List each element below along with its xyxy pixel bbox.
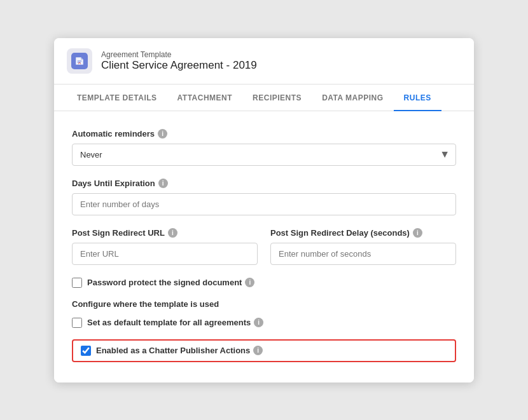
configure-section-title: Configure where the template is used bbox=[72, 299, 456, 309]
post-sign-url-label: Post Sign Redirect URL i bbox=[72, 228, 258, 238]
tab-data-mapping[interactable]: DATA MAPPING bbox=[312, 85, 393, 111]
automatic-reminders-select-wrapper: Never Daily Weekly ▼ bbox=[72, 144, 456, 166]
days-until-expiration-info-icon[interactable]: i bbox=[158, 179, 168, 188]
post-sign-url-info-icon[interactable]: i bbox=[168, 228, 177, 238]
chatter-publisher-checkbox[interactable] bbox=[81, 346, 91, 356]
days-until-expiration-input[interactable] bbox=[72, 193, 456, 215]
post-sign-delay-label: Post Sign Redirect Delay (seconds) i bbox=[270, 228, 456, 238]
post-sign-delay-info-icon[interactable]: i bbox=[413, 228, 422, 238]
tab-template-details[interactable]: TEMPLATE DETAILS bbox=[67, 85, 167, 111]
post-sign-row: Post Sign Redirect URL i Post Sign Redir… bbox=[72, 228, 456, 278]
app-name: Agreement Template bbox=[101, 50, 257, 59]
post-sign-delay-input[interactable] bbox=[270, 243, 456, 265]
chatter-publisher-row: Enabled as a Chatter Publisher Actions i bbox=[72, 339, 456, 362]
post-sign-url-input[interactable] bbox=[72, 243, 258, 265]
post-sign-url-group: Post Sign Redirect URL i bbox=[72, 228, 258, 265]
password-protect-info-icon[interactable]: i bbox=[245, 278, 254, 287]
header-text: Agreement Template Client Service Agreem… bbox=[101, 50, 257, 72]
set-as-default-row: Set as default template for all agreemen… bbox=[72, 318, 456, 328]
doc-name: Client Service Agreement - 2019 bbox=[101, 59, 257, 72]
automatic-reminders-group: Automatic reminders i Never Daily Weekly… bbox=[72, 129, 456, 166]
set-as-default-info-icon[interactable]: i bbox=[254, 318, 263, 327]
password-protect-label: Password protect the signed document i bbox=[87, 278, 254, 287]
chatter-publisher-label: Enabled as a Chatter Publisher Actions i bbox=[96, 346, 263, 355]
tab-rules[interactable]: RULES bbox=[394, 85, 441, 111]
days-until-expiration-group: Days Until Expiration i bbox=[72, 179, 456, 215]
set-as-default-label: Set as default template for all agreemen… bbox=[87, 318, 263, 327]
set-as-default-checkbox[interactable] bbox=[72, 318, 82, 328]
header: Agreement Template Client Service Agreem… bbox=[54, 38, 474, 85]
password-protect-row: Password protect the signed document i bbox=[72, 278, 456, 288]
automatic-reminders-label: Automatic reminders i bbox=[72, 129, 456, 139]
automatic-reminders-info-icon[interactable]: i bbox=[158, 129, 167, 139]
tab-recipients[interactable]: RECIPIENTS bbox=[242, 85, 312, 111]
post-sign-delay-group: Post Sign Redirect Delay (seconds) i bbox=[270, 228, 456, 265]
chatter-publisher-info-icon[interactable]: i bbox=[253, 346, 263, 355]
main-window: Agreement Template Client Service Agreem… bbox=[54, 38, 474, 383]
tab-attachment[interactable]: ATTACHMENT bbox=[167, 85, 243, 111]
app-icon bbox=[67, 48, 92, 74]
content-area: Automatic reminders i Never Daily Weekly… bbox=[54, 111, 474, 383]
tab-bar: TEMPLATE DETAILS ATTACHMENT RECIPIENTS D… bbox=[54, 85, 474, 111]
automatic-reminders-select[interactable]: Never Daily Weekly bbox=[72, 144, 456, 166]
days-until-expiration-label: Days Until Expiration i bbox=[72, 179, 456, 188]
password-protect-checkbox[interactable] bbox=[72, 278, 82, 288]
